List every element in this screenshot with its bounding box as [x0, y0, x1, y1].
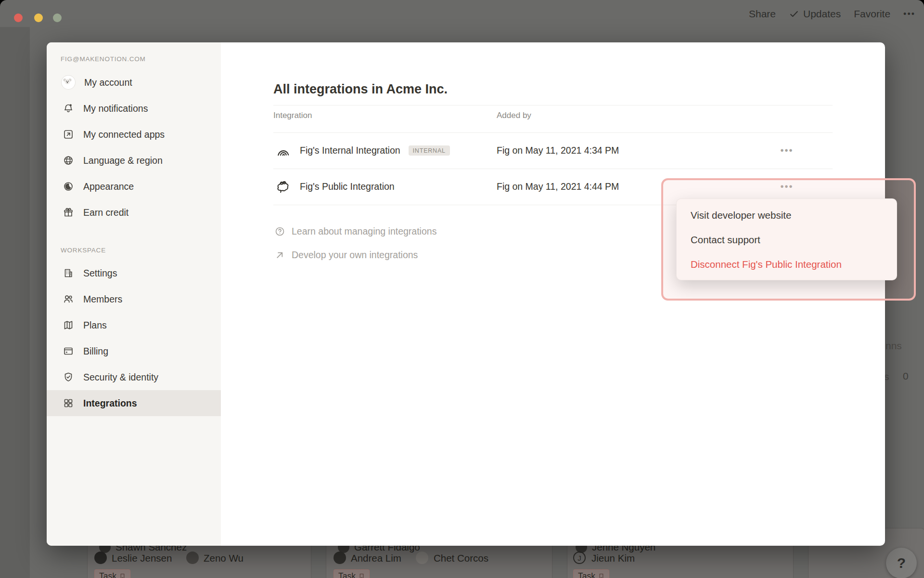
task-chip: Task — [573, 569, 609, 578]
sidebar-item-billing[interactable]: Billing — [47, 338, 221, 364]
task-chip-icon — [359, 573, 365, 578]
sidebar-item-label: My account — [84, 77, 132, 88]
question-circle-icon — [274, 226, 285, 237]
avatar — [94, 552, 107, 564]
board-member-name: Leslie Jensen — [112, 552, 172, 564]
added-by-value: Fig on May 11, 2021 4:34 PM — [497, 132, 619, 169]
avatar — [416, 552, 428, 564]
share-label: Share — [749, 8, 776, 20]
shield-check-icon — [63, 371, 74, 383]
updates-button[interactable]: Updates — [789, 8, 841, 20]
sidebar-item-label: Billing — [83, 346, 108, 357]
settings-sidebar: FIG@MAKENOTION.COM My account My notific… — [47, 42, 221, 546]
column-header-added-by: Added by — [497, 111, 531, 120]
task-chip-icon — [598, 573, 604, 578]
window-more-dots: ••• — [903, 9, 915, 19]
bell-icon — [63, 103, 74, 114]
task-chip-icon — [119, 573, 126, 578]
sidebar-item-settings[interactable]: Settings — [47, 260, 221, 286]
develop-integrations-link[interactable]: Develop your own integrations — [274, 250, 418, 261]
favorite-button[interactable]: Favorite — [854, 8, 890, 20]
integration-name: Fig's Internal Integration — [300, 145, 400, 156]
sidebar-item-my-account[interactable]: My account — [47, 69, 221, 95]
learn-integrations-label: Learn about managing integrations — [292, 226, 436, 237]
avatar-initial: J — [578, 554, 581, 562]
page-title: All integrations in Acme Inc. — [273, 82, 448, 97]
integration-name: Fig's Public Integration — [300, 181, 395, 192]
internal-badge: INTERNAL — [409, 145, 450, 156]
zoom-button[interactable] — [53, 13, 62, 22]
task-chip: Task — [334, 569, 370, 578]
task-chip-label: Task — [338, 571, 356, 578]
sidebar-item-label: My notifications — [83, 103, 148, 114]
share-button[interactable]: Share — [749, 8, 776, 20]
window-more-button[interactable]: ••• — [903, 9, 915, 19]
members-icon — [63, 293, 74, 305]
favorite-label: Favorite — [854, 8, 890, 20]
integration-context-menu: Visit developer website Contact support … — [676, 198, 897, 280]
row-more-button[interactable]: ••• — [771, 132, 803, 169]
board-member-name: Chet Corcos — [434, 552, 488, 564]
minimize-button[interactable] — [34, 13, 43, 22]
workspace-nav: Settings Members Plans Billing Security … — [47, 260, 221, 416]
arcs-integration-icon — [275, 143, 291, 158]
gift-icon — [63, 207, 74, 218]
app-window: Share Updates Favorite ••• Shawn Sanchez… — [0, 0, 924, 578]
help-button[interactable]: ? — [886, 548, 917, 578]
help-question-mark: ? — [897, 555, 906, 571]
learn-integrations-link[interactable]: Learn about managing integrations — [274, 226, 436, 237]
board-member-name: Jieun Kim — [591, 552, 635, 564]
sidebar-item-my-notifications[interactable]: My notifications — [47, 95, 221, 121]
develop-integrations-label: Develop your own integrations — [292, 250, 418, 261]
settings-dialog: FIG@MAKENOTION.COM My account My notific… — [47, 42, 885, 546]
account-email: FIG@MAKENOTION.COM — [61, 55, 146, 63]
avatar-letter: J — [573, 552, 586, 564]
sidebar-item-plans[interactable]: Plans — [47, 312, 221, 338]
close-button[interactable] — [14, 13, 23, 22]
menu-item-disconnect-integration[interactable]: Disconnect Fig's Public Integration — [677, 252, 897, 276]
check-icon — [789, 9, 799, 19]
added-by-value: Fig on May 11, 2021 4:44 PM — [497, 169, 619, 205]
koala-avatar-icon — [62, 76, 75, 89]
sidebar-item-label: Settings — [83, 268, 117, 279]
table-top-divider — [273, 105, 833, 105]
credit-card-icon — [63, 345, 74, 357]
sidebar-item-label: Plans — [83, 320, 107, 331]
avatar — [186, 552, 199, 564]
table-row-internal-integration[interactable]: Fig's Internal Integration INTERNAL Fig … — [47, 132, 885, 169]
sidebar-item-label: Security & identity — [83, 372, 158, 383]
doodle-integration-icon — [275, 179, 291, 195]
workspace-section-heading: WORKSPACE — [61, 247, 106, 254]
sidebar-item-label: Members — [83, 294, 122, 305]
page-toolbar: Share Updates Favorite ••• — [749, 8, 915, 20]
sidebar-item-label: Earn credit — [83, 207, 128, 218]
menu-item-contact-support[interactable]: Contact support — [677, 227, 897, 252]
clipped-text-fragment: nns — [886, 340, 902, 352]
task-chip-label: Task — [578, 571, 595, 578]
menu-item-visit-developer-website[interactable]: Visit developer website — [677, 203, 897, 227]
sidebar-item-members[interactable]: Members — [47, 286, 221, 312]
task-chip-label: Task — [99, 571, 116, 578]
column-header-integration: Integration — [273, 111, 312, 120]
building-icon — [63, 267, 74, 279]
grid-icon — [63, 397, 74, 409]
clipped-count-fragment: 0 — [903, 370, 909, 382]
sidebar-item-label: Integrations — [83, 398, 137, 409]
board-member-name: Zeno Wu — [204, 552, 244, 564]
dimmed-app-sidebar — [0, 27, 30, 578]
updates-label: Updates — [803, 8, 841, 20]
sidebar-item-security-identity[interactable]: Security & identity — [47, 364, 221, 390]
sidebar-item-integrations[interactable]: Integrations — [47, 390, 221, 416]
avatar — [334, 552, 346, 564]
arrow-up-right-icon — [274, 250, 285, 261]
board-member-name: Andrea Lim — [351, 552, 401, 564]
map-icon — [63, 319, 74, 331]
task-chip: Task — [94, 569, 130, 578]
